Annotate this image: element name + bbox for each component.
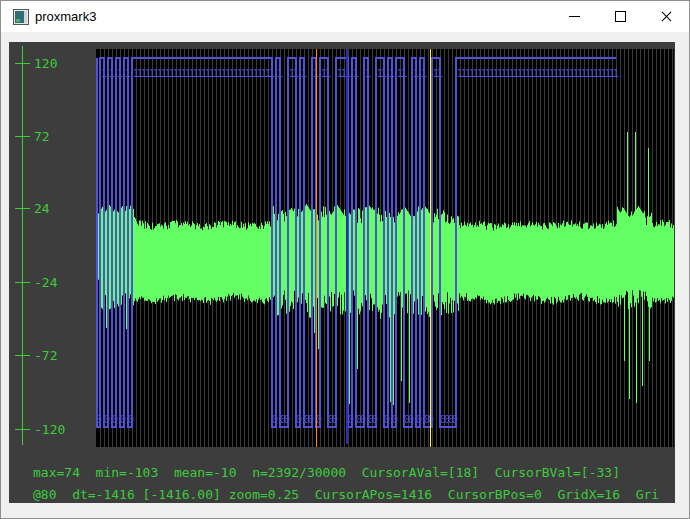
maximize-icon bbox=[615, 11, 626, 22]
maximize-button[interactable] bbox=[597, 1, 643, 32]
y-axis-label: 72 bbox=[34, 129, 92, 143]
y-axis-tick bbox=[15, 355, 30, 356]
y-axis-label: -120 bbox=[34, 422, 92, 436]
window-controls bbox=[551, 1, 689, 32]
y-axis-tick bbox=[15, 282, 30, 283]
y-axis-tick bbox=[15, 63, 30, 64]
y-axis-tick bbox=[15, 136, 30, 137]
y-axis-line bbox=[22, 46, 23, 445]
app-icon-pane2 bbox=[24, 11, 27, 23]
status-line-stats: max=74 min=-103 mean=-10 n=2392/30000 Cu… bbox=[33, 465, 690, 480]
y-axis-label: -24 bbox=[34, 275, 92, 289]
plot-canvas[interactable] bbox=[96, 49, 674, 447]
minimize-icon bbox=[569, 16, 580, 17]
y-axis-tick bbox=[15, 208, 30, 209]
y-axis-label: 24 bbox=[34, 201, 92, 215]
close-button[interactable] bbox=[643, 1, 689, 32]
titlebar: proxmark3 bbox=[1, 1, 689, 32]
proxmark3-window: proxmark3 120 72 24 -24 -72 -120 ma bbox=[0, 0, 690, 519]
window-title: proxmark3 bbox=[35, 9, 96, 24]
minimize-button[interactable] bbox=[551, 1, 597, 32]
app-icon bbox=[13, 9, 29, 25]
status-line-view: @80 dt=-1416 [-1416.00] zoom=0.25 Cursor… bbox=[33, 487, 690, 502]
plot-widget: 120 72 24 -24 -72 -120 max=74 min=-103 m… bbox=[9, 42, 675, 503]
y-axis-label: -72 bbox=[34, 348, 92, 362]
y-axis-tick bbox=[15, 429, 30, 430]
y-axis-label: 120 bbox=[34, 56, 92, 70]
app-icon-dot bbox=[16, 19, 20, 22]
